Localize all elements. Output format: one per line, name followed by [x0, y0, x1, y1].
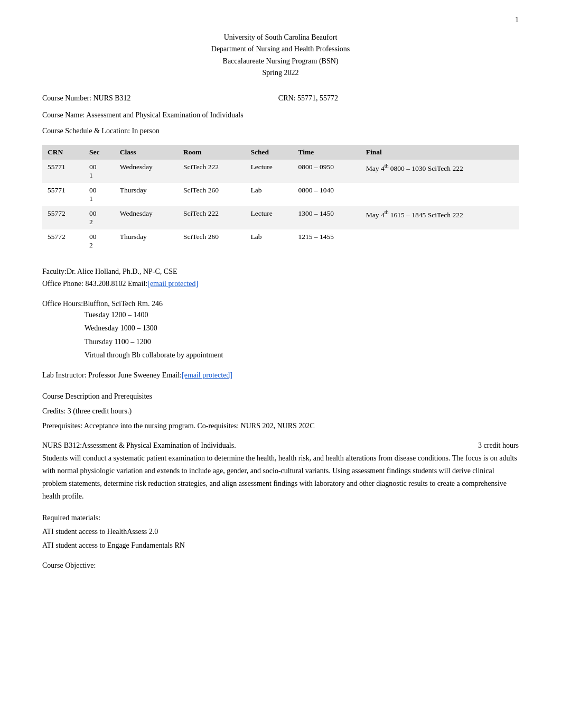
- course-schedule: Course Schedule & Location: In person: [42, 127, 519, 135]
- table-row: 5577200 2ThursdaySciTech 260Lab1215 – 14…: [42, 229, 519, 253]
- office-hours-label: Office Hours:: [42, 300, 83, 308]
- course-name-label: Course Name: Assessment and Physical Exa…: [42, 111, 244, 119]
- course-description-section: Course Description and Prerequisites Cre…: [42, 390, 519, 432]
- cell-time: 0800 – 1040: [293, 183, 360, 206]
- col-class: Class: [115, 145, 178, 160]
- cell-sec: 00 2: [84, 229, 115, 253]
- schedule-table: CRN Sec Class Room Sched Time Final 5577…: [42, 145, 519, 253]
- lab-instructor-email[interactable]: [email protected]: [182, 371, 232, 379]
- cell-sched: Lecture: [246, 206, 293, 229]
- col-final: Final: [361, 145, 519, 160]
- course-objective-section: Course Objective:: [42, 561, 519, 570]
- cell-class: Wednesday: [115, 160, 178, 183]
- header-line2: Department of Nursing and Health Profess…: [42, 43, 519, 55]
- cell-room: SciTech 222: [178, 160, 246, 183]
- col-crn: CRN: [42, 145, 84, 160]
- faculty-section: Faculty:Dr. Alice Holland, Ph.D., NP-C, …: [42, 265, 519, 291]
- course-name: Course Name: Assessment and Physical Exa…: [42, 111, 519, 119]
- cell-time: 1215 – 1455: [293, 229, 360, 253]
- header-line1: University of South Carolina Beaufort: [42, 32, 519, 43]
- office-hours-item: Tuesday 1200 – 1400: [85, 308, 519, 321]
- cell-room: SciTech 222: [178, 206, 246, 229]
- faculty-label: Faculty:: [42, 268, 67, 275]
- table-header-row: CRN Sec Class Room Sched Time Final: [42, 145, 519, 160]
- cell-crn: 55771: [42, 183, 84, 206]
- document-header: University of South Carolina Beaufort De…: [42, 32, 519, 79]
- table-row: 5577100 1ThursdaySciTech 260Lab0800 – 10…: [42, 183, 519, 206]
- office-hours-list: Tuesday 1200 – 1400Wednesday 1000 – 1300…: [42, 308, 519, 362]
- required-materials-section: Required materials: ATI student access t…: [42, 512, 519, 551]
- cell-crn: 55772: [42, 229, 84, 253]
- cell-sched: Lab: [246, 229, 293, 253]
- cell-sched: Lab: [246, 183, 293, 206]
- course-number-label: Course Number: NURS B312: [42, 94, 131, 103]
- cell-time: 0800 – 0950: [293, 160, 360, 183]
- faculty-email[interactable]: [email protected]: [147, 280, 198, 288]
- cell-crn: 55771: [42, 160, 84, 183]
- lab-instructor-section: Lab Instructor: Professor June Sweeney E…: [42, 371, 519, 380]
- cell-final: May 4th 1615 – 1845 SciTech 222: [361, 206, 519, 229]
- cell-time: 1300 – 1450: [293, 206, 360, 229]
- required-materials-label: Required materials:: [42, 512, 519, 524]
- nurs-desc-body: Students will conduct a systematic patie…: [42, 452, 519, 502]
- lab-instructor-label: Lab Instructor: Professor June Sweeney E…: [42, 371, 182, 379]
- required-materials-list: ATI student access to HealthAssess 2.0AT…: [42, 526, 519, 552]
- course-schedule-label: Course Schedule & Location: In person: [42, 127, 160, 135]
- col-sec: Sec: [84, 145, 115, 160]
- course-desc-prereqs: Prerequisites: Acceptance into the nursi…: [42, 420, 519, 432]
- cell-final: [361, 229, 519, 253]
- cell-sec: 00 1: [84, 160, 115, 183]
- required-material-item: ATI student access to HealthAssess 2.0: [42, 526, 519, 538]
- office-hours-item: Thursday 1100 – 1200: [85, 335, 519, 348]
- nurs-course-code: NURS B312:Assessment & Physical Examinat…: [42, 441, 236, 450]
- cell-class: Thursday: [115, 229, 178, 253]
- cell-room: SciTech 260: [178, 229, 246, 253]
- office-hours-item: Wednesday 1000 – 1300: [85, 321, 519, 335]
- table-row: 5577200 2WednesdaySciTech 222Lecture1300…: [42, 206, 519, 229]
- cell-sec: 00 2: [84, 206, 115, 229]
- col-room: Room: [178, 145, 246, 160]
- cell-crn: 55772: [42, 206, 84, 229]
- office-hours-location: Bluffton, SciTech Rm. 246: [83, 300, 163, 308]
- nurs-description-section: NURS B312:Assessment & Physical Examinat…: [42, 441, 519, 502]
- cell-class: Thursday: [115, 183, 178, 206]
- course-objective-label: Course Objective:: [42, 561, 96, 569]
- page-number: 1: [515, 16, 519, 24]
- course-desc-credits: Credits: 3 (three credit hours.): [42, 405, 519, 418]
- header-line3: Baccalaureate Nursing Program (BSN): [42, 56, 519, 67]
- header-line4: Spring 2022: [42, 67, 519, 79]
- col-time: Time: [293, 145, 360, 160]
- office-hours-section: Office Hours:Bluffton, SciTech Rm. 246 T…: [42, 300, 519, 362]
- col-sched: Sched: [246, 145, 293, 160]
- crn-label: CRN: 55771, 55772: [278, 94, 338, 103]
- faculty-name: Dr. Alice Holland, Ph.D., NP-C, CSE: [67, 268, 177, 275]
- cell-final: May 4th 0800 – 1030 SciTech 222: [361, 160, 519, 183]
- office-hours-item: Virtual through Bb collaborate by appoin…: [85, 348, 519, 362]
- table-row: 5577100 1WednesdaySciTech 222Lecture0800…: [42, 160, 519, 183]
- nurs-credit-hours: 3 credit hours: [478, 441, 519, 450]
- course-desc-title: Course Description and Prerequisites: [42, 390, 519, 403]
- cell-room: SciTech 260: [178, 183, 246, 206]
- required-material-item: ATI student access to Engage Fundamental…: [42, 539, 519, 552]
- cell-sec: 00 1: [84, 183, 115, 206]
- cell-class: Wednesday: [115, 206, 178, 229]
- cell-final: [361, 183, 519, 206]
- faculty-phone-label: Office Phone: 843.208.8102 Email:: [42, 280, 147, 288]
- course-info-line: Course Number: NURS B312 CRN: 55771, 557…: [42, 94, 338, 103]
- cell-sched: Lecture: [246, 160, 293, 183]
